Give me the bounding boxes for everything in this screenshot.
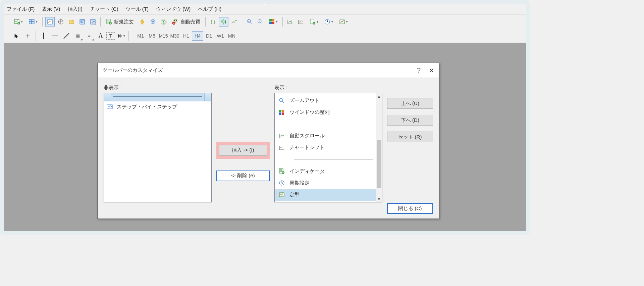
shown-item[interactable]: インディケータ — [275, 165, 376, 177]
svg-rect-5 — [32, 22, 34, 24]
shown-item[interactable]: ウインドウの整列 — [275, 106, 376, 118]
candlestick-button[interactable] — [219, 17, 228, 27]
svg-rect-2 — [29, 19, 32, 21]
svg-rect-3 — [32, 19, 34, 21]
toolbar-main: ▾ ▾ 新規注文 自動売買 ▾ ▾ ▾ ▾ — [4, 15, 526, 29]
chart-shift-icon — [278, 144, 285, 151]
line-chart-button[interactable] — [230, 17, 239, 27]
equidistant-channel-button[interactable]: ▦E — [72, 31, 84, 41]
shown-item[interactable]: 自動スクロール — [275, 130, 376, 142]
clock-icon — [278, 179, 285, 187]
svg-rect-24 — [173, 23, 174, 23]
tile-icon — [278, 109, 285, 116]
move-down-button[interactable]: 下へ (D) — [387, 115, 433, 126]
svg-rect-46 — [282, 112, 284, 115]
timeframe-m30[interactable]: M30 — [169, 31, 180, 41]
shown-label: 表示 : — [274, 85, 382, 91]
svg-rect-26 — [223, 20, 224, 23]
toolbar-draw: + ▦E ≡F A T ▾ M1 M5 M15 M30 H1 H4 D1 W1 … — [4, 29, 526, 43]
svg-rect-9 — [80, 21, 82, 22]
navigator-button[interactable] — [67, 17, 76, 27]
menu-file[interactable]: ファイル (F) — [7, 6, 35, 12]
auto-trading-button[interactable]: 自動売買 — [170, 17, 203, 27]
text-label-button[interactable]: T — [106, 32, 115, 40]
shown-item[interactable]: 定型 — [275, 189, 376, 201]
template-icon — [278, 191, 285, 198]
periodicity-button[interactable]: ▾ — [322, 17, 335, 27]
hidden-item-label: ステップ・バイ・ステップ — [117, 104, 177, 110]
vline-button[interactable] — [38, 31, 49, 41]
metaquotes-button[interactable] — [138, 17, 147, 27]
crosshair-button[interactable]: + — [22, 31, 34, 41]
shown-item-label: 定型 — [289, 192, 300, 198]
shown-list[interactable]: ズームアウトウインドウの整列自動スクロールチャートシフトインディケータ周期設定定… — [274, 93, 382, 202]
menu-insert[interactable]: 挿入(I) — [68, 6, 83, 12]
autoscroll-button[interactable] — [285, 17, 295, 27]
menu-view[interactable]: 表示 (V) — [42, 6, 60, 12]
shown-item[interactable]: ズームアウト — [275, 95, 376, 106]
remove-button[interactable]: <- 削除 (e) — [216, 171, 270, 181]
trendline-button[interactable] — [61, 31, 72, 41]
text-button[interactable]: A — [95, 31, 106, 41]
svg-rect-32 — [269, 22, 272, 24]
new-order-button[interactable]: 新規注文 — [103, 17, 136, 27]
terminal-button[interactable] — [77, 17, 87, 27]
templates-button[interactable]: ▾ — [336, 17, 350, 27]
hidden-list[interactable]: ステップ・バイ・ステップ — [104, 93, 212, 202]
menubar: ファイル (F) 表示 (V) 挿入(I) チャート (C) ツール (T) ウ… — [4, 4, 526, 15]
svg-rect-43 — [279, 110, 281, 112]
svg-rect-21 — [174, 20, 175, 21]
menu-tools[interactable]: ツール (T) — [126, 6, 149, 12]
svg-rect-33 — [272, 22, 274, 24]
chart-shift-button[interactable] — [296, 17, 306, 27]
timeframe-mn[interactable]: MN — [226, 31, 237, 41]
shown-item[interactable]: チャートシフト — [275, 142, 376, 153]
menu-help[interactable]: ヘルプ (H) — [198, 6, 221, 12]
timeframe-m1[interactable]: M1 — [135, 31, 146, 41]
market-watch-button[interactable] — [45, 17, 55, 27]
svg-line-40 — [64, 33, 69, 39]
svg-rect-30 — [269, 19, 272, 21]
svg-rect-4 — [29, 22, 32, 24]
close-button[interactable]: 閉じる (C) — [387, 203, 433, 214]
timeframe-w1[interactable]: W1 — [215, 31, 226, 41]
hidden-item[interactable]: ステップ・バイ・ステップ — [104, 101, 211, 112]
svg-rect-22 — [176, 20, 177, 21]
indicators-button[interactable]: ▾ — [307, 17, 320, 27]
shown-list-scrollbar[interactable]: ▲▼ — [376, 93, 382, 202]
dialog-title: ツールバーのカスタマイズ — [102, 67, 163, 74]
timeframe-h4[interactable]: H4 — [192, 31, 203, 41]
separator — [275, 154, 376, 165]
new-chart-button[interactable]: ▾ — [11, 17, 25, 27]
menu-chart[interactable]: チャート (C) — [90, 6, 118, 12]
svg-rect-10 — [80, 22, 83, 23]
dialog-help-button[interactable]: ? — [417, 66, 421, 75]
data-window-button[interactable] — [56, 17, 65, 27]
timeframe-h1[interactable]: H1 — [180, 31, 192, 41]
signals-button[interactable] — [148, 17, 158, 27]
timeframe-m5[interactable]: M5 — [146, 31, 158, 41]
reset-button[interactable]: セット (R) — [387, 132, 433, 142]
timeframe-d1[interactable]: D1 — [203, 31, 215, 41]
menu-window[interactable]: ウィンドウ (W) — [156, 6, 191, 12]
tile-windows-button[interactable]: ▾ — [266, 17, 280, 27]
shown-item-label: 周期設定 — [289, 180, 310, 186]
arrows-button[interactable]: ▾ — [115, 31, 126, 41]
shown-item-label: ズームアウト — [289, 97, 320, 104]
zoom-in-button[interactable] — [245, 17, 254, 27]
zoom-out-button[interactable] — [256, 17, 265, 27]
signal-broadcast-button[interactable] — [159, 17, 168, 27]
dialog-close-button[interactable]: ✕ — [429, 66, 434, 75]
move-up-button[interactable]: 上へ (U) — [387, 98, 433, 109]
shown-item[interactable]: 周期設定 — [275, 177, 376, 189]
profiles-button[interactable]: ▾ — [26, 17, 40, 27]
cursor-button[interactable] — [11, 31, 22, 41]
strategy-tester-button[interactable] — [88, 17, 98, 27]
hline-button[interactable] — [49, 31, 61, 41]
fibonacci-button[interactable]: ≡F — [84, 31, 95, 41]
svg-rect-45 — [279, 112, 281, 115]
insert-button[interactable]: 挿入 -> (I) — [219, 145, 267, 156]
step-icon — [106, 103, 113, 110]
bar-chart-button[interactable] — [208, 17, 218, 27]
timeframe-m15[interactable]: M15 — [158, 31, 169, 41]
